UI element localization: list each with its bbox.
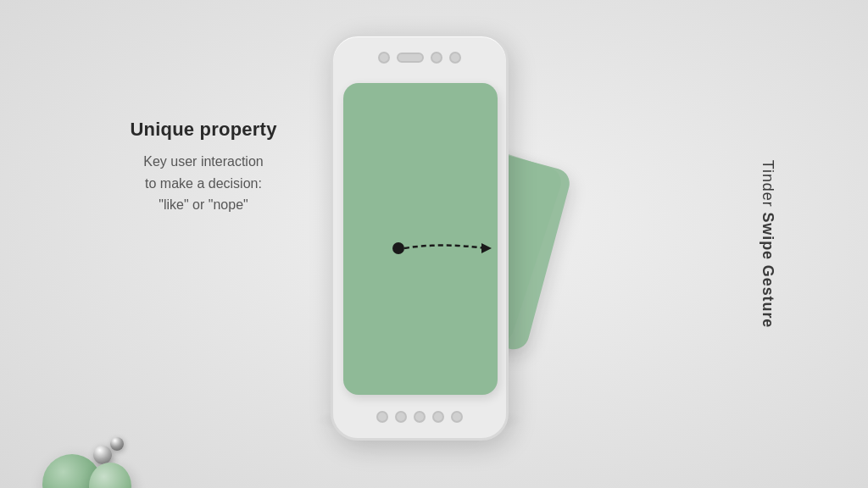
description-text: Key user interaction to make a decision:… — [85, 151, 322, 216]
card-front — [343, 83, 498, 395]
phone-top-buttons — [378, 52, 461, 64]
phone-top-btn-wide — [397, 53, 424, 63]
desc-line2: to make a decision: — [145, 176, 262, 191]
desc-line3: "like" or "nope" — [159, 197, 248, 212]
sphere-tiny-chrome — [110, 437, 124, 451]
vertical-label-prefix: Tinder — [759, 160, 776, 213]
vertical-label-bold: Swipe Gesture — [759, 212, 776, 328]
phone-bottom-btn-3 — [414, 411, 426, 423]
text-block: Unique property Key user interaction to … — [85, 119, 322, 216]
svg-point-0 — [392, 242, 404, 254]
phone-top-btn-3 — [449, 52, 461, 64]
phone-mockup — [331, 34, 509, 441]
phone-bottom-btn-5 — [451, 411, 463, 423]
sphere-small-chrome — [93, 446, 112, 464]
svg-marker-1 — [481, 243, 492, 253]
phone-bottom-btn-2 — [395, 411, 407, 423]
vertical-label: Tinder Swipe Gesture — [758, 160, 776, 328]
phone-body — [331, 34, 509, 441]
phone-top-btn-2 — [431, 52, 442, 64]
phone-bottom-btn-4 — [432, 411, 444, 423]
desc-line1: Key user interaction — [143, 154, 263, 169]
phone-top-btn-1 — [378, 52, 390, 64]
phone-bottom-btn-1 — [376, 411, 388, 423]
swipe-gesture-arrow — [390, 227, 500, 269]
unique-property-title: Unique property — [85, 119, 322, 141]
phone-bottom-buttons — [376, 411, 463, 423]
